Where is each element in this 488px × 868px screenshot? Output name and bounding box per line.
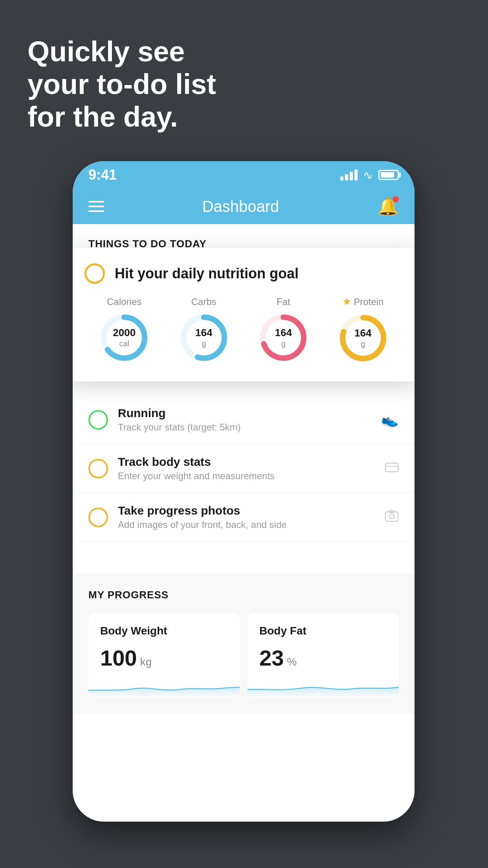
todo-item-running[interactable]: Running Track your stats (target: 5km) 👟	[73, 395, 415, 444]
todo-subtitle-body-stats: Enter your weight and measurements	[118, 471, 375, 482]
todo-subtitle-running: Track your stats (target: 5km)	[118, 422, 371, 433]
todo-title-body-stats: Track body stats	[118, 455, 375, 469]
body-weight-unit: kg	[140, 656, 152, 668]
body-fat-value: 23	[259, 645, 284, 671]
body-fat-unit: %	[287, 656, 297, 668]
nutrition-circles-row: Calories 2000 cal Carbs	[84, 296, 403, 364]
todo-text-photos: Take progress photos Add images of your …	[118, 504, 375, 530]
status-time: 9:41	[88, 167, 117, 183]
nutrition-calories: Calories 2000 cal	[99, 296, 150, 363]
nutrition-card[interactable]: Hit your daily nutrition goal Calories 2…	[73, 248, 415, 381]
battery-icon	[378, 170, 399, 180]
body-weight-card[interactable]: Body Weight 100 kg	[88, 613, 240, 698]
body-weight-sparkline	[88, 679, 240, 698]
body-fat-card[interactable]: Body Fat 23 %	[248, 613, 399, 698]
fat-label: Fat	[277, 296, 290, 307]
body-weight-value: 100	[100, 645, 137, 671]
header-title: Dashboard	[202, 198, 279, 215]
protein-label: Protein	[354, 296, 383, 307]
svg-rect-10	[385, 512, 398, 521]
notification-bell[interactable]: 🔔	[377, 196, 399, 217]
nutrition-checkbox[interactable]	[84, 263, 105, 284]
star-icon: ★	[342, 296, 351, 308]
todo-subtitle-photos: Add images of your front, back, and side	[118, 519, 375, 530]
camera-icon	[385, 509, 399, 526]
progress-section-title: MY PROGRESS	[88, 589, 399, 601]
signal-icon	[340, 169, 358, 180]
body-weight-title: Body Weight	[100, 625, 228, 637]
carbs-label: Carbs	[191, 296, 216, 307]
menu-button[interactable]	[88, 201, 104, 212]
svg-rect-8	[385, 463, 398, 472]
app-content: THINGS TO DO TODAY Hit your daily nutrit…	[73, 224, 415, 822]
wifi-icon: ∿	[363, 168, 373, 182]
svg-point-11	[389, 514, 394, 519]
status-bar: 9:41 ∿	[73, 161, 415, 189]
todo-item-body-stats[interactable]: Track body stats Enter your weight and m…	[73, 444, 415, 493]
shoe-icon: 👟	[381, 412, 399, 428]
nutrition-carbs: Carbs 164 g	[178, 296, 229, 363]
todo-title-running: Running	[118, 406, 371, 420]
scale-icon	[385, 460, 399, 477]
status-icons: ∿	[340, 168, 399, 182]
body-fat-title: Body Fat	[259, 625, 387, 637]
todo-circle-body-stats	[88, 459, 108, 478]
tagline: Quickly see your to-do list for the day.	[28, 35, 216, 133]
todo-text-running: Running Track your stats (target: 5km)	[118, 406, 371, 433]
todo-circle-running	[88, 410, 108, 430]
nutrition-protein: ★ Protein 164 g	[338, 296, 389, 364]
nutrition-card-title: Hit your daily nutrition goal	[115, 265, 299, 282]
body-fat-sparkline	[248, 679, 399, 698]
todo-text-body-stats: Track body stats Enter your weight and m…	[118, 455, 375, 482]
notification-dot	[393, 196, 399, 202]
nutrition-fat: Fat 164 g	[258, 296, 309, 363]
todo-title-photos: Take progress photos	[118, 504, 375, 517]
progress-cards-row: Body Weight 100 kg	[88, 613, 399, 698]
app-header: Dashboard 🔔	[73, 189, 415, 224]
todo-item-photos[interactable]: Take progress photos Add images of your …	[73, 493, 415, 542]
todo-circle-photos	[88, 508, 108, 527]
phone-mockup: 9:41 ∿ Dashboard 🔔 THINGS TO DO TODA	[73, 161, 415, 822]
calories-label: Calories	[107, 296, 141, 307]
progress-section: MY PROGRESS Body Weight 100 kg	[73, 573, 415, 714]
